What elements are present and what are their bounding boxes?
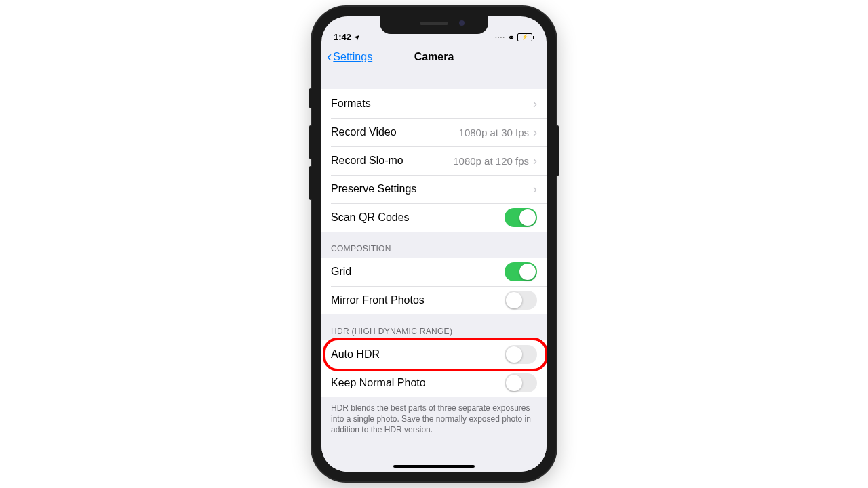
group-composition: Grid Mirror Front Photos — [321, 258, 547, 314]
page-title: Camera — [414, 51, 454, 63]
row-label: Record Video — [331, 126, 459, 138]
volume-down-button — [309, 166, 312, 200]
settings-content[interactable]: Formats › Record Video 1080p at 30 fps ›… — [321, 69, 547, 472]
row-grid: Grid — [321, 258, 547, 286]
chevron-right-icon: › — [533, 125, 537, 140]
row-preserve-settings[interactable]: Preserve Settings › — [321, 175, 547, 203]
row-value: 1080p at 120 fps — [453, 155, 529, 167]
row-label: Formats — [331, 98, 533, 110]
chevron-right-icon: › — [533, 154, 537, 168]
home-indicator[interactable] — [393, 465, 475, 468]
toggle-scan-qr[interactable] — [505, 208, 537, 227]
row-keep-normal: Keep Normal Photo — [321, 369, 547, 397]
toggle-keep-normal[interactable] — [505, 373, 537, 392]
status-time: 1:42 — [334, 32, 351, 42]
row-label: Auto HDR — [331, 348, 505, 361]
back-label: Settings — [333, 51, 372, 63]
location-icon: ➤ — [352, 33, 361, 41]
notch — [380, 16, 488, 34]
row-label: Record Slo-mo — [331, 155, 453, 167]
row-value: 1080p at 30 fps — [459, 127, 529, 138]
battery-icon: ⚡ — [517, 33, 534, 41]
row-record-video[interactable]: Record Video 1080p at 30 fps › — [321, 118, 547, 146]
row-formats[interactable]: Formats › — [321, 89, 547, 118]
section-header-hdr: HDR (HIGH DYNAMIC RANGE) — [321, 314, 547, 340]
mute-switch — [309, 88, 312, 108]
chevron-right-icon: › — [533, 97, 537, 111]
toggle-auto-hdr[interactable] — [505, 345, 537, 364]
signal-dots-icon: ∙∙∙∙ — [495, 34, 505, 41]
chevron-right-icon: › — [533, 182, 537, 197]
row-mirror-front: Mirror Front Photos — [321, 286, 547, 314]
volume-up-button — [309, 125, 312, 159]
toggle-mirror[interactable] — [505, 291, 537, 310]
phone-frame: 1:42 ➤ ∙∙∙∙ ⚭ ⚡ ‹ Settings Camera — [312, 7, 556, 481]
section-header-composition: COMPOSITION — [321, 232, 547, 258]
nav-bar: ‹ Settings Camera — [321, 43, 547, 71]
screen: 1:42 ➤ ∙∙∙∙ ⚭ ⚡ ‹ Settings Camera — [321, 16, 547, 472]
chevron-left-icon: ‹ — [327, 49, 332, 64]
row-label: Keep Normal Photo — [331, 377, 505, 389]
toggle-grid[interactable] — [505, 262, 537, 281]
row-label: Grid — [331, 266, 505, 278]
hotspot-icon: ⚭ — [508, 33, 515, 42]
group-hdr: Auto HDR Keep Normal Photo — [321, 340, 547, 397]
section-footer-hdr: HDR blends the best parts of three separ… — [321, 397, 547, 445]
row-label: Preserve Settings — [331, 183, 533, 195]
back-button[interactable]: ‹ Settings — [327, 43, 372, 70]
row-auto-hdr: Auto HDR — [321, 340, 547, 369]
row-record-slomo[interactable]: Record Slo-mo 1080p at 120 fps › — [321, 146, 547, 175]
side-button — [556, 125, 559, 176]
row-scan-qr: Scan QR Codes — [321, 203, 547, 232]
row-label: Mirror Front Photos — [331, 294, 505, 306]
group-main: Formats › Record Video 1080p at 30 fps ›… — [321, 89, 547, 232]
row-label: Scan QR Codes — [331, 211, 505, 224]
